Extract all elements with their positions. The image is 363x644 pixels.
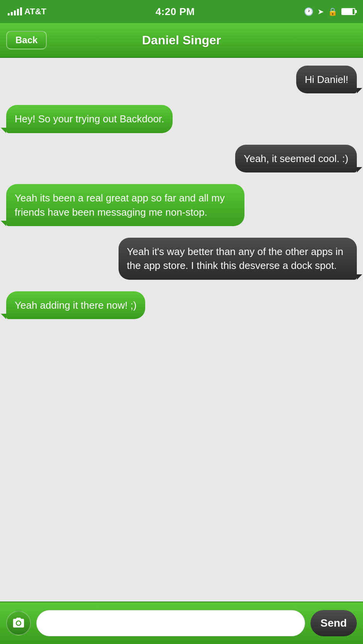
message-bubble: Hi Daniel!	[296, 66, 357, 93]
lock-icon: 🔒	[328, 7, 338, 16]
message-bubble: Yeah its been a real great app so far an…	[6, 184, 244, 226]
camera-button[interactable]	[6, 611, 31, 636]
message-input[interactable]	[36, 610, 305, 636]
page-title: Daniel Singer	[142, 33, 221, 47]
message-bubble: Yeah it's way better than any of the oth…	[119, 238, 357, 280]
message-bubble: Hey! So your trying out Backdoor.	[6, 105, 173, 133]
carrier-info: AT&T	[8, 7, 46, 17]
message-bubble: Yeah adding it there now! ;)	[6, 291, 145, 319]
time-display: 4:20 PM	[156, 6, 195, 18]
status-bar: AT&T 4:20 PM 🕐 ➤ 🔒	[0, 0, 363, 23]
nav-bar: Back Daniel Singer	[0, 23, 363, 58]
message-bubble: Yeah, it seemed cool. :)	[235, 145, 357, 172]
clock-icon: 🕐	[304, 7, 314, 16]
camera-icon	[12, 617, 25, 630]
back-button[interactable]: Back	[6, 31, 47, 49]
signal-icon	[8, 8, 22, 15]
send-button[interactable]: Send	[310, 610, 357, 636]
input-bar: Send	[0, 602, 363, 644]
location-icon: ➤	[317, 7, 324, 16]
status-icons: 🕐 ➤ 🔒	[304, 7, 355, 16]
messages-area: Hi Daniel!Hey! So your trying out Backdo…	[0, 58, 363, 602]
battery-icon	[341, 8, 355, 15]
carrier-label: AT&T	[24, 7, 46, 17]
